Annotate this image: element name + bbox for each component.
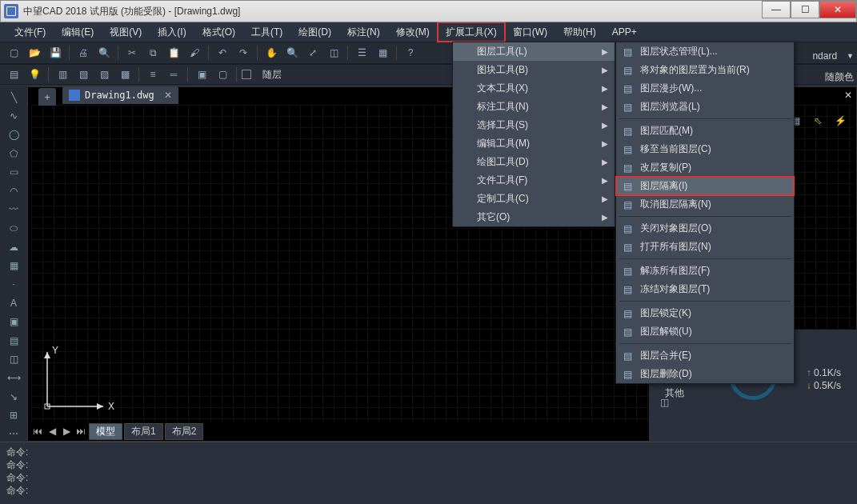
layer-tool3-icon[interactable]: ▨ [95,66,113,83]
layer-icon[interactable]: ▤ [5,66,22,83]
spline-icon[interactable]: 〰 [5,202,22,217]
layer-tool2-icon[interactable]: ▧ [74,66,92,83]
submenu-item[interactable]: ▤图层浏览器(L) [616,98,794,116]
match-icon[interactable]: 🖌 [186,44,203,62]
panel-close-icon[interactable]: ✕ [844,90,852,101]
submenu-item[interactable]: ▤图层隔离(I) [616,177,794,195]
menu-item[interactable]: 选择工具(S)▶ [453,116,615,134]
region-icon[interactable]: ◫ [5,351,22,366]
polygon-icon[interactable]: ⬠ [5,146,22,161]
hatch-icon[interactable]: ▦ [5,258,22,273]
bycolor-label[interactable]: 随颜色 [825,70,854,84]
menu-item[interactable]: 绘图工具(D)▶ [453,153,615,171]
copy-icon[interactable]: ⧉ [144,44,162,62]
command-line[interactable]: 命令:命令:命令:命令: [0,442,857,504]
menu-item[interactable]: 编辑工具(M)▶ [453,134,615,153]
menu-item[interactable]: 图块工具(B)▶ [453,61,615,79]
menu-item[interactable]: 图层工具(L)▶ [453,42,615,61]
props-icon[interactable]: ☰ [353,44,370,62]
layer-tool4-icon[interactable]: ▩ [116,66,134,83]
layer-tool-icon[interactable]: ▥ [54,66,71,83]
ellipse-icon[interactable]: ⬭ [5,221,22,236]
menu-11[interactable]: 帮助(H) [555,22,604,42]
block-icon[interactable]: ▣ [193,66,210,83]
menu-item[interactable]: 标注工具(N)▶ [453,98,615,116]
menu-1[interactable]: 编辑(E) [54,22,102,42]
block2-icon[interactable]: ▢ [214,66,231,83]
submenu-item[interactable]: ▤冻结对象图层(T) [616,280,794,298]
save-icon[interactable]: 💾 [46,44,64,62]
layout-nav[interactable]: ⏮ [31,426,44,437]
color-swatch[interactable] [242,70,251,79]
zoom-ext-icon[interactable]: ⤢ [304,44,322,62]
lineweight-icon[interactable]: ═ [165,66,182,83]
calc-icon[interactable]: ▦ [374,44,391,62]
rect-icon[interactable]: ▭ [5,165,22,180]
layout-tab[interactable]: 布局1 [124,423,163,440]
block-ins-icon[interactable]: ▣ [5,314,22,330]
menu-9[interactable]: 扩展工具(X) [438,22,505,42]
menu-item[interactable]: 文件工具(F)▶ [453,171,615,190]
linetype-icon[interactable]: ≡ [144,66,162,83]
file-tab[interactable]: Drawing1.dwg ✕ [62,86,178,104]
submenu-item[interactable]: ▤图层删除(D) [616,365,794,383]
menu-5[interactable]: 工具(T) [243,22,290,42]
menu-12[interactable]: APP+ [604,22,645,42]
pan-icon[interactable]: ✋ [262,44,280,62]
menu-item[interactable]: 定制工具(C)▶ [453,190,615,208]
submenu-item[interactable]: ▤打开所有图层(N) [616,238,794,256]
layout-nav[interactable]: ▶ [60,426,73,437]
zoom-win-icon[interactable]: ◫ [325,44,342,62]
layout-tab[interactable]: 布局2 [165,423,204,440]
open-icon[interactable]: 📂 [26,44,43,62]
text-icon[interactable]: A [5,295,22,310]
menu-0[interactable]: 文件(F) [6,22,54,42]
grid-icon[interactable]: ⊞ [5,407,22,422]
minimize-button[interactable]: — [762,1,791,18]
preview-icon[interactable]: 🔍 [95,44,113,62]
submenu-item[interactable]: ▤图层匹配(M) [616,122,794,140]
submenu-item[interactable]: ▤关闭对象图层(O) [616,219,794,238]
menu-item[interactable]: 文本工具(X)▶ [453,79,615,98]
submenu-item[interactable]: ▤将对象的图层置为当前(R) [616,61,794,79]
dim-icon[interactable]: ⟷ [5,370,22,386]
maximize-button[interactable]: ☐ [791,1,819,18]
submenu-item[interactable]: ▤取消图层隔离(N) [616,195,794,214]
layout-tab[interactable]: 模型 [89,423,122,440]
undo-icon[interactable]: ↶ [214,44,231,62]
submenu-item[interactable]: ▤图层漫步(W)... [616,79,794,98]
close-button[interactable]: ✕ [819,1,856,18]
more-icon[interactable]: ⋯ [5,426,22,442]
new-tab-button[interactable]: ＋ [38,88,56,106]
menu-2[interactable]: 视图(V) [102,22,150,42]
bylayer-label[interactable]: 随层 [258,68,286,82]
menu-item[interactable]: 其它(O)▶ [453,208,615,226]
menu-8[interactable]: 修改(M) [388,22,438,42]
select-icon[interactable]: ⬁ [809,112,827,130]
redo-icon[interactable]: ↷ [234,44,252,62]
submenu-item[interactable]: ▤改层复制(P) [616,158,794,177]
table-icon[interactable]: ▤ [5,333,22,348]
submenu-item[interactable]: ▤图层锁定(K) [616,304,794,322]
new-icon[interactable]: ▢ [5,44,22,62]
quick-icon[interactable]: ⚡ [831,112,849,130]
help-icon[interactable]: ? [402,44,419,62]
submenu-item[interactable]: ▤图层合并(E) [616,346,794,365]
zoom-icon[interactable]: 🔍 [283,44,301,62]
menu-10[interactable]: 窗口(W) [505,22,555,42]
cut-icon[interactable]: ✂ [123,44,141,62]
paste-icon[interactable]: 📋 [165,44,182,62]
line-icon[interactable]: ╲ [5,90,22,105]
submenu-item[interactable]: ▤图层状态管理(L)... [616,42,794,61]
arc-icon[interactable]: ◠ [5,183,22,198]
pline-icon[interactable]: ∿ [5,108,22,123]
prop-icon-3[interactable]: ◫ [655,394,673,411]
circle-icon[interactable]: ◯ [5,127,22,142]
style-dropdown[interactable]: ndard [807,50,842,62]
layout-nav[interactable]: ⏭ [74,426,87,437]
submenu-item[interactable]: ▤移至当前图层(C) [616,140,794,158]
menu-7[interactable]: 标注(N) [339,22,388,42]
menu-6[interactable]: 绘图(D) [290,22,339,42]
cloud-icon[interactable]: ☁ [5,239,22,254]
close-tab-icon[interactable]: ✕ [164,90,172,101]
